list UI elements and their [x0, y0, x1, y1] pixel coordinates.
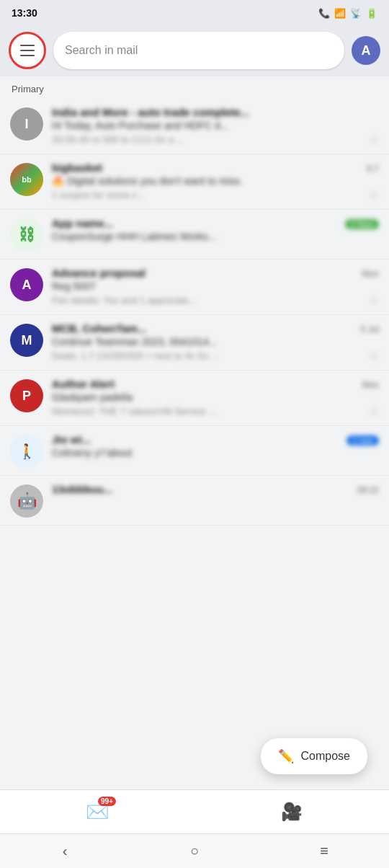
email-time: Mon: [362, 269, 379, 279]
status-time: 13:30: [12, 7, 37, 19]
new-badge: 2 New: [345, 219, 379, 229]
list-item[interactable]: 🚶 Jio wi... 1 new Colmeny y'r'about: [0, 426, 389, 476]
email-subject: 🔥 Digital solutions you don't want to mi…: [52, 175, 379, 187]
email-content: India and More - auto trade complete... …: [52, 106, 379, 146]
email-time: 6:7: [367, 164, 379, 174]
email-preview: 1 coupon for some c... ☆: [52, 188, 379, 202]
bottom-tabs: ✉️ 99+ 🎥: [0, 790, 389, 833]
email-sender: India and More - auto trade complete...: [52, 106, 373, 118]
email-content: Jio wi... 1 new Colmeny y'r'about: [52, 433, 379, 460]
email-sender: Advance proposal: [52, 267, 357, 279]
star-icon[interactable]: ☆: [369, 404, 379, 418]
robot-icon: 🤖: [17, 492, 37, 510]
avatar: 🤖: [10, 484, 43, 518]
email-content: Advance proposal Mon Reg 5007 Pan detail…: [52, 267, 379, 307]
avatar: bb: [10, 163, 43, 196]
email-top-row: Advance proposal Mon: [52, 267, 379, 279]
battery-icon: 🔋: [366, 8, 377, 19]
search-bar-container: Search in mail A: [0, 26, 389, 76]
email-preview: Deals: 1.7.13/265/505 > next to 4x Sx ..…: [52, 349, 379, 363]
star-icon[interactable]: ☆: [369, 133, 379, 146]
email-time: Mon: [362, 380, 379, 390]
email-subject: Continue Teammax 2023, 0041014...: [52, 336, 379, 347]
list-item[interactable]: bb bigbasket 6:7 🔥 Digital solutions you…: [0, 154, 389, 210]
email-top-row: bigbasket 6:7: [52, 161, 379, 174]
list-item[interactable]: P Author Alert Mon Glaskpam padelia Wome…: [0, 371, 389, 426]
video-icon: 🎥: [281, 802, 303, 822]
search-placeholder: Search in mail: [65, 44, 333, 57]
account-avatar[interactable]: A: [352, 36, 380, 65]
phone-icon: 📞: [318, 8, 330, 19]
star-icon[interactable]: ☆: [369, 293, 379, 307]
primary-label: Primary: [0, 76, 389, 99]
star-icon[interactable]: ☆: [369, 188, 379, 202]
email-time: 5 Jul: [361, 324, 379, 335]
email-subject: Colmeny y'r'about: [52, 447, 379, 459]
chain-icon: ⛓: [19, 226, 35, 244]
email-top-row: Jio wi... 1 new: [52, 433, 379, 446]
new-badge: 1 new: [346, 435, 379, 446]
walk-icon: 🚶: [18, 443, 36, 460]
list-item[interactable]: ⛓ App name... 2 New CouponSurge HHH Lati…: [0, 210, 389, 260]
avatar: P: [10, 379, 43, 412]
wifi-icon: 📶: [334, 8, 346, 19]
status-bar: 13:30 📞 📶 📡 🔋: [0, 0, 389, 26]
email-preview: Womens2: THE 7 values/VM Service ... ☆: [52, 404, 379, 418]
email-list: I India and More - auto trade complete..…: [0, 99, 389, 526]
avatar: ⛓: [10, 218, 43, 252]
status-icons: 📞 📶 📡 🔋: [318, 8, 377, 19]
email-subject: Glaskpam padelia: [52, 391, 379, 403]
email-time: 09:22: [357, 485, 379, 495]
email-content: bigbasket 6:7 🔥 Digital solutions you do…: [52, 161, 379, 202]
compose-icon: ✏️: [278, 748, 294, 764]
email-subject: Reg 5007: [52, 280, 379, 292]
tab-meet[interactable]: 🎥: [194, 802, 389, 822]
tab-mail[interactable]: ✉️ 99+: [0, 801, 194, 823]
compose-label: Compose: [301, 750, 350, 763]
hamburger-icon: [20, 45, 35, 56]
email-content: App name... 2 New CouponSurge HHH Latime…: [52, 217, 379, 244]
email-subject: CouponSurge HHH Latimes Works...: [52, 231, 379, 242]
search-field[interactable]: Search in mail: [53, 32, 344, 69]
email-sender: 13obbbuu...: [52, 483, 352, 495]
email-sender: Author Alert: [52, 378, 357, 390]
email-preview: Pan details: You and 1 approvals... ☆: [52, 293, 379, 307]
avatar: I: [10, 107, 43, 141]
email-content: Author Alert Mon Glaskpam padelia Womens…: [52, 378, 379, 418]
email-top-row: Author Alert Mon: [52, 378, 379, 390]
list-item[interactable]: 🤖 13obbbuu... 09:22: [0, 476, 389, 526]
email-top-row: 13obbbuu... 09:22: [52, 483, 379, 495]
avatar: 🚶: [10, 435, 43, 468]
email-sender: Jio wi...: [52, 433, 341, 446]
email-subject: Hi Today, Auto Purchase and HDFC d...: [52, 120, 379, 131]
email-top-row: MCB, CohenTam... 5 Jul: [52, 322, 379, 335]
signal-icon: 📡: [350, 8, 362, 19]
email-top-row: App name... 2 New: [52, 217, 379, 229]
avatar: M: [10, 324, 43, 357]
email-sender: bigbasket: [52, 161, 361, 174]
email-sender: MCB, CohenTam...: [52, 322, 355, 335]
list-item[interactable]: M MCB, CohenTam... 5 Jul Continue Teamma…: [0, 315, 389, 371]
mail-tab-icon: ✉️ 99+: [86, 801, 109, 823]
home-button[interactable]: ○: [173, 843, 216, 859]
back-button[interactable]: ‹: [43, 843, 86, 859]
compose-button[interactable]: ✏️ Compose: [261, 738, 367, 774]
avatar: A: [10, 268, 43, 301]
email-top-row: India and More - auto trade complete...: [52, 106, 379, 118]
star-icon[interactable]: ☆: [369, 349, 379, 363]
email-content: MCB, CohenTam... 5 Jul Continue Teammax …: [52, 322, 379, 363]
email-preview: 20-05-30 or 500 to 1111 for a ... ☆: [52, 133, 379, 146]
email-sender: App name...: [52, 217, 339, 229]
email-content: 13obbbuu... 09:22: [52, 483, 379, 498]
recents-button[interactable]: ≡: [303, 843, 346, 859]
list-item[interactable]: I India and More - auto trade complete..…: [0, 99, 389, 154]
hamburger-button[interactable]: [9, 32, 46, 69]
bottom-navigation: ✉️ 99+ 🎥 ‹ ○ ≡: [0, 789, 389, 868]
list-item[interactable]: A Advance proposal Mon Reg 5007 Pan deta…: [0, 260, 389, 315]
mail-badge: 99+: [98, 797, 116, 806]
android-nav-bar: ‹ ○ ≡: [0, 833, 389, 868]
